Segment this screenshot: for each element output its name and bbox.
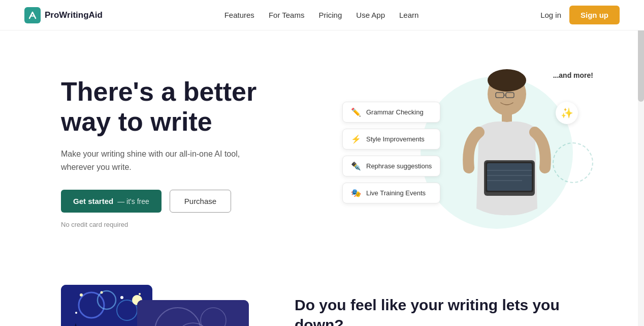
training-icon: 🎭 xyxy=(351,188,361,198)
nav-pricing[interactable]: Pricing xyxy=(318,11,342,19)
pen-icon: ✒️ xyxy=(351,161,361,171)
pill-training: 🎭 Live Training Events xyxy=(342,183,440,203)
scrollbar[interactable] xyxy=(638,0,644,326)
svg-point-18 xyxy=(120,296,123,299)
purchase-button[interactable]: Purchase xyxy=(170,190,231,213)
person-svg xyxy=(451,66,563,239)
nav-actions: Log in Sign up xyxy=(540,6,620,24)
hero-buttons: Get started — it's free Purchase xyxy=(61,190,312,213)
svg-point-19 xyxy=(139,293,141,295)
nav-links: Features For Teams Pricing Use App Learn xyxy=(224,11,419,20)
get-started-button[interactable]: Get started — it's free xyxy=(61,190,162,213)
pill-training-label: Live Training Events xyxy=(366,189,426,197)
bottom-text: Do you feel like your writing lets you d… xyxy=(295,285,603,326)
svg-rect-8 xyxy=(487,163,532,191)
logo[interactable]: ProWritingAid xyxy=(24,7,103,23)
pill-rephrase-label: Rephrase suggestions xyxy=(366,162,432,170)
hero-visual: ✏️ Grammar Checking ⚡ Style Improvements… xyxy=(332,61,603,244)
pill-style-label: Style Improvements xyxy=(366,135,425,143)
navbar: ProWritingAid Features For Teams Pricing… xyxy=(0,0,644,31)
abstract-svg xyxy=(137,300,249,326)
svg-point-1 xyxy=(488,69,526,92)
hero-person xyxy=(451,66,563,239)
nav-for-teams[interactable]: For Teams xyxy=(269,11,305,19)
no-credit-card-text: No credit card required xyxy=(61,221,312,228)
logo-text: ProWritingAid xyxy=(45,10,103,20)
svg-point-17 xyxy=(101,291,103,294)
bottom-images: My idea in my head xyxy=(61,285,264,326)
svg-point-16 xyxy=(80,293,83,297)
hero-content: There's a better way to write Make your … xyxy=(61,77,332,229)
feature-pills: ✏️ Grammar Checking ⚡ Style Improvements… xyxy=(342,102,440,203)
abstract-card xyxy=(137,300,249,326)
pill-rephrase: ✒️ Rephrase suggestions xyxy=(342,156,440,176)
hero-subtitle: Make your writing shine with our all-in-… xyxy=(61,147,274,173)
nav-use-app[interactable]: Use App xyxy=(356,11,385,19)
nav-features[interactable]: Features xyxy=(224,11,254,19)
svg-point-20 xyxy=(75,312,77,314)
pill-grammar-label: Grammar Checking xyxy=(366,108,424,116)
bottom-title: Do you feel like your writing lets you d… xyxy=(295,295,603,326)
bottom-section: My idea in my head Do you feel like your… xyxy=(0,264,644,326)
signup-button[interactable]: Sign up xyxy=(569,6,620,24)
bolt-icon: ⚡ xyxy=(351,134,361,144)
nav-learn[interactable]: Learn xyxy=(399,11,418,19)
login-button[interactable]: Log in xyxy=(540,11,561,19)
logo-icon xyxy=(24,7,41,23)
sparkle-badge: ✨ xyxy=(556,102,578,124)
pill-grammar: ✏️ Grammar Checking xyxy=(342,102,440,123)
hero-title: There's a better way to write xyxy=(61,77,312,138)
hero-section: There's a better way to write Make your … xyxy=(0,31,644,264)
pencil-icon: ✏️ xyxy=(351,107,361,117)
pill-style: ⚡ Style Improvements xyxy=(342,129,440,150)
